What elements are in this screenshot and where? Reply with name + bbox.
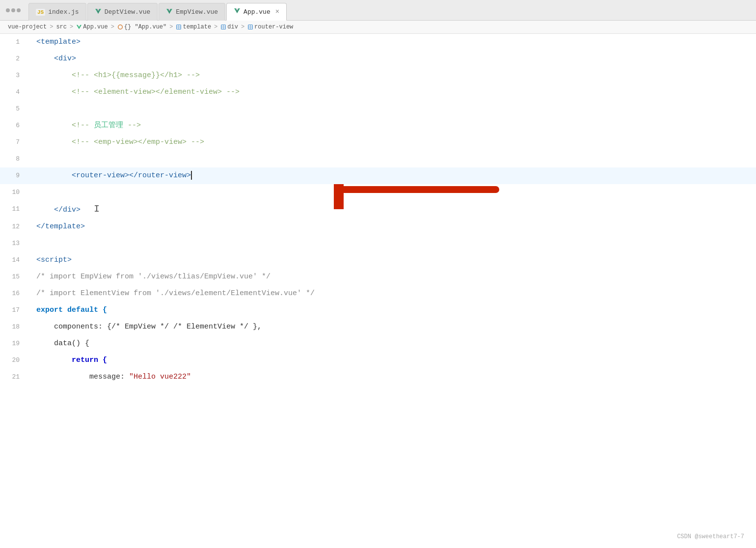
text-cursor bbox=[191, 171, 192, 180]
tab-label: App.vue bbox=[243, 8, 270, 16]
dot-1 bbox=[6, 8, 10, 12]
vue-icon bbox=[166, 8, 173, 17]
line-number: 15 bbox=[0, 269, 29, 285]
token-c-gray: /* import EmpView bbox=[36, 273, 116, 281]
code-line-7: 7 <!-- <emp-view></emp-view> --> bbox=[0, 134, 756, 151]
line-number: 5 bbox=[0, 101, 29, 117]
code-line-1: 1<template> bbox=[0, 34, 756, 51]
line-content: <!-- <h1>{{message}}</h1> --> bbox=[32, 67, 756, 84]
token-c-comment: <!-- bbox=[72, 121, 94, 130]
dot-3 bbox=[17, 8, 21, 12]
code-line-13: 13 bbox=[0, 235, 756, 252]
js-icon: JS bbox=[36, 9, 45, 16]
code-line-9: 9 <router-view></router-view> bbox=[0, 167, 756, 184]
breadcrumb-separator: > bbox=[214, 24, 217, 30]
line-content: return { bbox=[32, 352, 756, 369]
code-line-2: 2 <div> bbox=[0, 51, 756, 67]
token-c-tag: <router-view></router-view> bbox=[72, 171, 191, 180]
i-beam-cursor: I bbox=[94, 201, 100, 218]
line-number: 17 bbox=[0, 302, 29, 319]
code-line-21: 21 message: "Hello vue222" bbox=[0, 369, 756, 385]
code-line-10: 10 bbox=[0, 184, 756, 201]
tab-close-button[interactable]: × bbox=[275, 8, 279, 16]
code-line-12: 12</template> bbox=[0, 219, 756, 235]
token-c-comment: <!-- <h1>{{message}}</h1> --> bbox=[72, 71, 200, 80]
breadcrumb-cube-item: template bbox=[176, 24, 211, 30]
line-number: 14 bbox=[0, 252, 29, 269]
code-line-14: 14<script> bbox=[0, 252, 756, 269]
line-number: 20 bbox=[0, 352, 29, 369]
svg-point-7 bbox=[118, 25, 123, 29]
tab-label: index.js bbox=[48, 8, 79, 16]
line-number: 19 bbox=[0, 335, 29, 352]
token-c-tag: </div> bbox=[54, 206, 81, 214]
window-dots bbox=[4, 8, 23, 12]
code-line-17: 17export default { bbox=[0, 302, 756, 319]
line-number: 1 bbox=[0, 34, 29, 51]
line-number: 9 bbox=[0, 167, 29, 184]
token-c-comment: <!-- <emp-view></emp-view> --> bbox=[72, 138, 204, 146]
token-c-comment: <!-- <element-view></element-view> --> bbox=[72, 88, 240, 96]
line-number: 16 bbox=[0, 285, 29, 302]
line-content: export default { bbox=[32, 302, 756, 319]
token-c-tag: <template> bbox=[36, 38, 81, 46]
line-content: /* import EmpView from './views/tlias/Em… bbox=[32, 269, 756, 285]
token-c-gray: from bbox=[116, 273, 134, 281]
code-line-6: 6 <!-- 员工管理 --> bbox=[0, 117, 756, 134]
breadcrumb-cube-item: div bbox=[220, 24, 238, 30]
token-c-gray: './views/tlias/EmpView.vue' */ bbox=[134, 273, 270, 281]
vue-icon bbox=[95, 8, 102, 17]
breadcrumb-cube-item: router-view bbox=[247, 24, 293, 30]
tab-bar: JSindex.jsDeptView.vueEmpView.vueApp.vue… bbox=[0, 0, 756, 21]
tab-index-js[interactable]: JSindex.js bbox=[28, 3, 86, 21]
code-line-20: 20 return { bbox=[0, 352, 756, 369]
svg-marker-6 bbox=[77, 25, 81, 29]
breadcrumb: vue-project>src>App.vue>{} "App.vue">tem… bbox=[0, 21, 756, 34]
line-content: <template> bbox=[32, 34, 756, 51]
tab-label: EmpView.vue bbox=[176, 8, 218, 16]
line-number: 10 bbox=[0, 184, 29, 201]
token-c-tag: <div> bbox=[54, 55, 76, 63]
line-content: </div> I bbox=[32, 201, 756, 219]
token-c-normal bbox=[81, 206, 94, 214]
line-content: <!-- 员工管理 --> bbox=[32, 117, 756, 134]
token-c-keyword: return { bbox=[72, 356, 107, 364]
token-c-tag: <script> bbox=[36, 256, 72, 264]
line-number: 8 bbox=[0, 151, 29, 167]
line-content: message: "Hello vue222" bbox=[32, 369, 756, 385]
breadcrumb-curly-item: {} "App.vue" bbox=[117, 24, 166, 30]
breadcrumb-separator: > bbox=[70, 24, 73, 30]
line-number: 6 bbox=[0, 117, 29, 134]
line-content: components: {/* EmpView */ /* ElementVie… bbox=[32, 319, 756, 335]
breadcrumb-separator: > bbox=[169, 24, 173, 30]
line-content: </template> bbox=[32, 219, 756, 235]
tab-empview-vue[interactable]: EmpView.vue bbox=[159, 3, 225, 21]
code-line-5: 5 bbox=[0, 101, 756, 117]
tab-deptview-vue[interactable]: DeptView.vue bbox=[87, 3, 158, 21]
code-line-19: 19 data() { bbox=[0, 335, 756, 352]
editor-area[interactable]: 1<template>2 <div>3 <!-- <h1>{{message}}… bbox=[0, 34, 756, 548]
breadcrumb-separator: > bbox=[50, 24, 53, 30]
token-c-gray: from bbox=[134, 289, 151, 298]
tab-app-vue[interactable]: App.vue× bbox=[226, 3, 287, 21]
token-c-normal: message: bbox=[89, 373, 129, 381]
token-c-normal: components: {/* EmpView */ /* ElementVie… bbox=[54, 323, 262, 331]
line-number: 11 bbox=[0, 201, 29, 218]
token-c-comment-cn: 员工管理 bbox=[94, 121, 123, 130]
line-number: 12 bbox=[0, 219, 29, 235]
line-number: 18 bbox=[0, 319, 29, 335]
token-c-gray: './views/element/ElementView.vue' */ bbox=[151, 289, 315, 298]
vue-icon bbox=[234, 7, 241, 16]
code-line-11: 11 </div> I bbox=[0, 201, 756, 219]
line-number: 21 bbox=[0, 369, 29, 385]
line-content: <script> bbox=[32, 252, 756, 269]
line-content: <div> bbox=[32, 51, 756, 67]
token-c-gray: /* import ElementView bbox=[36, 289, 134, 298]
watermark: CSDN @sweetheart7-7 bbox=[677, 533, 744, 540]
line-content: <!-- <emp-view></emp-view> --> bbox=[32, 134, 756, 151]
line-content: data() { bbox=[32, 335, 756, 352]
token-c-normal: () { bbox=[72, 339, 89, 348]
code-line-16: 16/* import ElementView from './views/el… bbox=[0, 285, 756, 302]
token-c-comment: --> bbox=[123, 121, 141, 130]
line-number: 3 bbox=[0, 67, 29, 84]
